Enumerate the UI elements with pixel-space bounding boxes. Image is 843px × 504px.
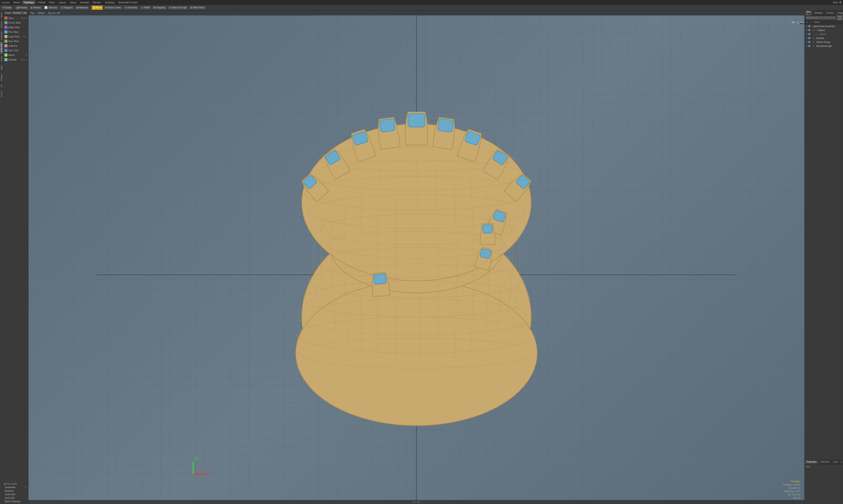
- tool-item-edge_slice[interactable]: Edge Slice: [3, 25, 28, 30]
- viewport-maximize-icon[interactable]: ⛶: [788, 21, 791, 24]
- sidebar-vtab-deform[interactable]: Deform: [0, 19, 3, 30]
- toolbar-btn-bounds[interactable]: ⬜+Bounds: [43, 5, 58, 10]
- items-row-texture_group[interactable]: 👁 ▶ Texture Group: [805, 40, 843, 44]
- toolbar-btn-snapping[interactable]: ⊞Snapping: [152, 5, 167, 10]
- items-expand-mesh[interactable]: ▶: [816, 33, 818, 35]
- viewport-settings-icon[interactable]: ⚙: [796, 21, 799, 24]
- menu-item-render[interactable]: Render: [91, 1, 103, 4]
- bottom-tab-lists[interactable]: Lists: [831, 460, 840, 464]
- left-sidebar: Sculpt Presets ▶ Slice Shift-K Curve Sli…: [3, 11, 29, 504]
- menu-item-uvedit[interactable]: UVEdit: [36, 1, 47, 4]
- items-row-root[interactable]: 👁 ▼ gourd hard to print.lxo: [805, 24, 843, 28]
- viewport-render[interactable]: Ray GL: Off: [47, 12, 61, 15]
- bottom-tab-properties[interactable]: Properties: [805, 460, 819, 464]
- items-expand-directional_light[interactable]: ▶: [813, 45, 815, 47]
- toolbar-btn-falloff[interactable]: ↘Falloff: [139, 5, 151, 10]
- tool-item-curve_slice[interactable]: Curve Slice: [3, 20, 28, 25]
- items-expand-root[interactable]: ▼: [810, 25, 813, 27]
- right-panel-tab-shading[interactable]: Shading: [813, 11, 825, 15]
- tool-item-pen_slice[interactable]: Pen Slice: [3, 30, 28, 34]
- items-eye-directional_light[interactable]: 👁: [805, 44, 808, 48]
- viewport-camera-icon[interactable]: 📷: [800, 21, 804, 24]
- items-eye-camera[interactable]: 👁: [805, 37, 808, 40]
- add-item-button[interactable]: Add Item: [836, 15, 843, 21]
- viewport[interactable]: Top Default Ray GL: Off: [29, 11, 805, 504]
- items-row-directional_light[interactable]: 👁 ▶ Directional Light: [805, 44, 843, 48]
- tool-list: Slice Shift-K Curve Slice Edge Slice Pen…: [3, 15, 28, 481]
- tool-item-slice[interactable]: Slice Shift-K: [3, 16, 28, 20]
- rb-expand-icon[interactable]: ↗: [841, 461, 843, 464]
- tool-item-extrude[interactable]: Extrude Shift-X: [3, 57, 28, 62]
- sidebar-vtab-mesh_edit[interactable]: Mesh Edit: [0, 41, 3, 54]
- toolbar-btn-items[interactable]: ⊞Items: [92, 5, 103, 10]
- viewport-zoom-icon[interactable]: 🔍: [792, 21, 796, 24]
- toolbar-btn-vertices[interactable]: ●Vertices: [29, 5, 42, 10]
- menu-item-schematic[interactable]: Schematic Fusion: [117, 1, 139, 4]
- tool-item-tack_tool[interactable]: Tack Tool: [3, 48, 28, 53]
- menu-item-model[interactable]: Model: [12, 1, 22, 4]
- tool-label-extrude: Extrude: [8, 58, 17, 61]
- menu-item-paint[interactable]: Paint: [47, 1, 56, 4]
- command-item-mesh_cleanup[interactable]: Mesh Cleanup: [4, 500, 27, 503]
- viewport-view[interactable]: Top: [30, 12, 35, 15]
- presets-btn[interactable]: Presets ▶: [12, 12, 27, 14]
- items-row-camera[interactable]: 👁 ▶ Camera: [805, 36, 843, 40]
- items-row-mesh[interactable]: 👁 ▶ ⬡ Mesh: [805, 32, 843, 36]
- items-expand-sphere[interactable]: ▶: [813, 29, 815, 31]
- menu-item-animate[interactable]: Animate: [78, 1, 91, 4]
- commands-label: Commands: [6, 483, 17, 485]
- gear-icon[interactable]: ⚙: [839, 1, 842, 4]
- items-eye-root[interactable]: 👁: [805, 25, 808, 28]
- tool-item-julienne[interactable]: Julienne: [3, 43, 28, 48]
- right-panel-tab-images[interactable]: Images: [836, 11, 843, 15]
- name-col-header: Name: [813, 21, 843, 23]
- menu-item-topology[interactable]: Topology: [22, 1, 35, 4]
- toolbar-btn-symmetry[interactable]: ⇔Symmetry: [123, 5, 139, 10]
- status-gl: GL: 149,760: [783, 493, 800, 496]
- tool-item-axis_slice[interactable]: Axis Slice: [3, 39, 28, 43]
- tool-item-loop_slice[interactable]: Loop Slice Alt-C: [3, 34, 28, 39]
- filter-items-input[interactable]: [806, 16, 836, 20]
- right-panel-tab-iteml...[interactable]: Item L...: [805, 11, 813, 16]
- toolbar-btn-materials[interactable]: ◈Materials: [75, 5, 89, 10]
- command-item-subdivide[interactable]: Subdivide ▼: [4, 486, 27, 489]
- command-label-subdivide: Subdivide: [5, 486, 15, 489]
- toolbar-btn-polygons[interactable]: ⬡Polygons: [59, 5, 74, 10]
- command-item-boolean[interactable]: Boolean: [4, 489, 27, 492]
- bottom-tab-channels[interactable]: Channels: [819, 460, 831, 464]
- items-row-sphere[interactable]: 👁 ▶ ⬡ Sphere: [805, 28, 843, 32]
- viewport-canvas[interactable]: X Y ⛶ 🔍 ⚙ 📷 No Items Polygons: Subdiv Ch…: [29, 15, 805, 504]
- right-bottom-content: Item: [805, 465, 843, 504]
- sidebar-vtab-basic[interactable]: Basic: [0, 11, 3, 19]
- command-dropdown-subdivide[interactable]: ▼: [24, 486, 27, 488]
- viewport-shading[interactable]: Default: [37, 12, 46, 15]
- items-eye-mesh[interactable]: 👁: [805, 33, 808, 36]
- sidebar-vtab-fusion[interactable]: Fusion: [0, 89, 3, 99]
- command-item-solid_drill[interactable]: Solid Drill: [4, 492, 27, 496]
- items-eye-texture_group[interactable]: 👁: [805, 40, 808, 43]
- sidebar-vtab-polygon[interactable]: Polygon: [0, 72, 3, 83]
- sculpt-btn[interactable]: Sculpt: [4, 12, 12, 14]
- items-expand-camera[interactable]: ▶: [813, 37, 815, 39]
- sidebar-vtab-vertex[interactable]: Vertex: [0, 54, 3, 64]
- toolbar-btn-sculpt[interactable]: ✦Sculpt: [1, 5, 13, 10]
- tool-label-axis_slice: Axis Slice: [8, 40, 19, 42]
- commands-header[interactable]: ▶ Commands: [4, 482, 27, 486]
- command-item-axis_drill[interactable]: Axis Drill: [4, 496, 27, 500]
- viewport-info-bar: ino info: [29, 500, 805, 504]
- toolbar-btn-work_plane[interactable]: ⊟Work Plane: [189, 5, 206, 10]
- right-panel-tab-groups[interactable]: Groups: [825, 11, 836, 15]
- toolbar-btn-select_through[interactable]: ⊙Select Through: [168, 5, 188, 10]
- sidebar-vtab-duplicate[interactable]: Duplicate: [0, 30, 3, 41]
- commands-section: ▶ Commands Subdivide ▼ Boolean Solid Dri…: [3, 481, 28, 504]
- items-expand-texture_group[interactable]: ▶: [813, 41, 815, 43]
- sidebar-vtab-edge[interactable]: Edge: [0, 64, 3, 72]
- toolbar-btn-presets[interactable]: ▤Presets: [15, 5, 29, 10]
- items-eye-sphere[interactable]: 👁: [805, 29, 808, 32]
- toolbar-btn-action_center[interactable]: ⊕Action Center: [104, 5, 123, 10]
- menu-item-scripting[interactable]: Scripting: [103, 1, 116, 4]
- sidebar-vtab-uv[interactable]: UV: [0, 83, 3, 89]
- menu-item-layout[interactable]: Layout: [57, 1, 68, 4]
- menu-item-setup[interactable]: Setup: [68, 1, 78, 4]
- tool-item-bevel[interactable]: Bevel B: [3, 53, 28, 57]
